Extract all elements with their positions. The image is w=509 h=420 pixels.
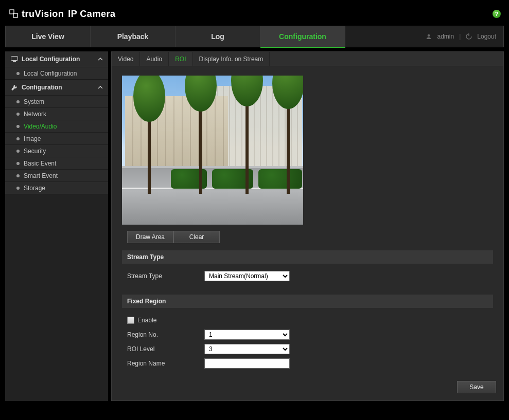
chevron-up-icon [98, 57, 103, 62]
subtabs: Video Audio ROI Display Info. on Stream [112, 52, 503, 66]
section-fixed-region: Fixed Region [122, 295, 493, 308]
user-box: admin | Logout [426, 26, 503, 47]
sidebar-group-title: Local Configuration [22, 56, 80, 63]
sidebar-group-configuration[interactable]: Configuration [5, 80, 108, 95]
stream-type-select[interactable]: Main Stream(Normal) [204, 271, 290, 281]
sidebar-item-system[interactable]: System [5, 95, 108, 107]
svg-rect-5 [13, 61, 16, 62]
sidebar-item-storage[interactable]: Storage [5, 181, 108, 194]
help-icon[interactable]: ? [493, 10, 501, 18]
sidebar-group-title: Configuration [22, 84, 62, 91]
subtab-audio[interactable]: Audio [140, 52, 169, 66]
clear-button[interactable]: Clear [173, 231, 220, 243]
roi-level-label: ROI Level [127, 345, 204, 353]
separator: | [459, 33, 461, 40]
brand-product: IP Camera [68, 9, 115, 20]
stream-type-label: Stream Type [127, 272, 204, 280]
sidebar-item-smart-event[interactable]: Smart Event [5, 169, 108, 181]
sidebar-group-local-configuration[interactable]: Local Configuration [5, 51, 108, 67]
enable-checkbox[interactable] [127, 317, 134, 324]
tab-live-view[interactable]: Live View [6, 26, 91, 47]
region-no-select[interactable]: 1 [204, 330, 290, 340]
tab-configuration[interactable]: Configuration [260, 26, 345, 48]
sidebar-item-network[interactable]: Network [5, 107, 108, 120]
video-preview[interactable] [122, 76, 303, 225]
sidebar-item-video-audio[interactable]: Video/Audio [5, 120, 108, 132]
user-name[interactable]: admin [437, 33, 454, 40]
sidebar-item-image[interactable]: Image [5, 132, 108, 144]
user-icon [426, 33, 432, 40]
sidebar: Local Configuration Local Configuration … [5, 51, 108, 401]
sidebar-item-security[interactable]: Security [5, 144, 108, 157]
region-name-label: Region Name [127, 360, 204, 367]
sidebar-item-basic-event[interactable]: Basic Event [5, 157, 108, 169]
brand-icon [9, 9, 19, 19]
svg-rect-4 [11, 57, 18, 61]
tab-playback[interactable]: Playback [91, 26, 175, 47]
content-panel: Video Audio ROI Display Info. on Stream … [111, 51, 504, 401]
region-no-label: Region No. [127, 331, 204, 338]
logout-link[interactable]: Logout [477, 33, 496, 40]
brand-bar: truVision IP Camera ? [5, 4, 504, 24]
logout-icon [466, 33, 472, 40]
region-name-input[interactable] [204, 358, 290, 369]
sidebar-item-local-configuration[interactable]: Local Configuration [5, 67, 108, 79]
brand-name: truVision [22, 9, 64, 20]
subtab-roi[interactable]: ROI [169, 52, 192, 66]
subtab-display-info[interactable]: Display Info. on Stream [193, 52, 270, 66]
save-button[interactable]: Save [457, 381, 496, 393]
draw-area-button[interactable]: Draw Area [127, 231, 173, 243]
roi-level-select[interactable]: 3 [204, 344, 290, 354]
section-stream-type: Stream Type [122, 250, 493, 264]
svg-point-2 [428, 34, 430, 37]
tab-log[interactable]: Log [175, 26, 260, 47]
wrench-icon [10, 84, 19, 91]
enable-label: Enable [137, 317, 156, 324]
chevron-up-icon [98, 85, 103, 90]
subtab-video[interactable]: Video [112, 52, 140, 66]
top-nav: Live View Playback Log Configuration adm… [5, 26, 504, 47]
monitor-icon [10, 56, 19, 62]
